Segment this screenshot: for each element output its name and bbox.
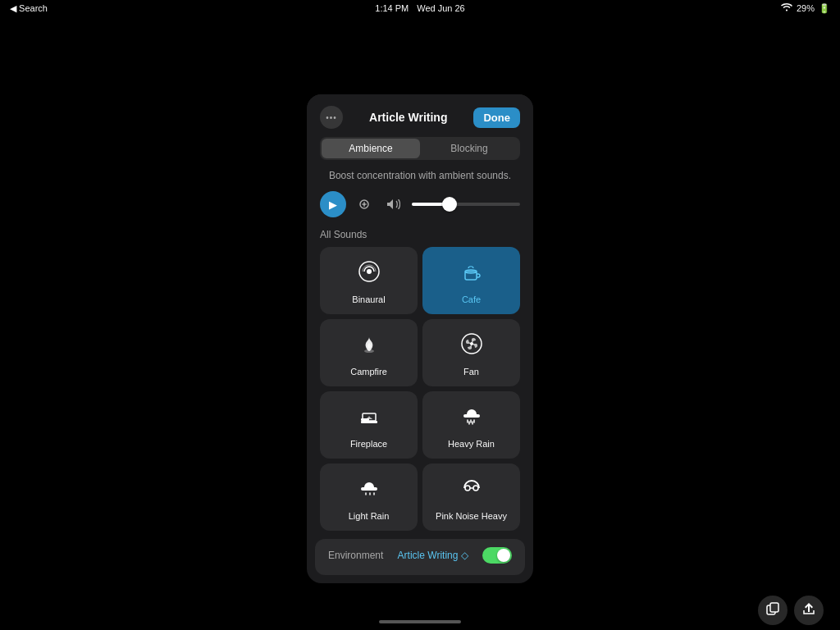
pink-noise-icon <box>460 477 483 504</box>
heavy-rain-icon <box>460 404 483 432</box>
done-button[interactable]: Done <box>473 107 520 128</box>
sound-tile-pink-noise[interactable]: Pink Noise Heavy <box>422 463 520 531</box>
tab-ambience[interactable]: Ambience <box>322 139 420 158</box>
menu-button[interactable]: ••• <box>320 106 343 129</box>
share-icon <box>802 602 815 619</box>
focus-modal: ••• Article Writing Done Ambience Blocki… <box>307 94 533 583</box>
environment-value[interactable]: Article Writing ◇ <box>398 550 468 561</box>
menu-icon: ••• <box>326 113 337 122</box>
ambience-description: Boost concentration with ambient sounds. <box>307 170 533 191</box>
status-bar: ◀ Search 1:14 PM Wed Jun 26 29% 🔋 <box>0 0 840 16</box>
modal-header: ••• Article Writing Done <box>307 94 533 137</box>
battery-icon: 🔋 <box>819 3 830 14</box>
bottom-action-icons <box>758 596 824 625</box>
environment-row: Environment Article Writing ◇ <box>315 539 525 575</box>
volume-slider[interactable] <box>412 203 520 206</box>
campfire-label: Campfire <box>350 367 387 377</box>
binaural-icon <box>358 260 381 288</box>
sound-tile-light-rain[interactable]: Light Rain <box>320 463 418 531</box>
sound-tile-fireplace[interactable]: Fireplace <box>320 391 418 459</box>
svg-rect-16 <box>770 603 778 612</box>
search-button[interactable]: ◀ Search <box>10 3 48 14</box>
light-rain-icon <box>358 477 381 504</box>
all-sounds-heading: All Sounds <box>307 229 533 247</box>
volume-icon <box>382 193 405 216</box>
svg-point-3 <box>367 269 372 274</box>
environment-label: Environment <box>328 550 383 561</box>
volume-thumb[interactable] <box>442 197 457 212</box>
modal-title: Article Writing <box>369 111 447 124</box>
status-left: ◀ Search <box>10 3 48 14</box>
fireplace-icon <box>358 404 381 432</box>
fan-icon <box>460 332 483 360</box>
copy-icon <box>766 602 779 619</box>
fan-label: Fan <box>463 367 479 377</box>
sound-tile-binaural[interactable]: Binaural <box>320 247 418 314</box>
share-button[interactable] <box>794 596 824 625</box>
sound-tile-heavy-rain[interactable]: Heavy Rain <box>422 391 520 459</box>
playback-controls: ▶ <box>307 191 533 229</box>
sound-tile-fan[interactable]: Fan <box>422 319 520 386</box>
tab-control: Ambience Blocking <box>320 137 520 160</box>
svg-point-14 <box>473 486 478 491</box>
bottom-bar <box>0 597 840 630</box>
status-right: 29% 🔋 <box>781 3 830 14</box>
date-display: Wed Jun 26 <box>417 3 465 13</box>
heavy-rain-label: Heavy Rain <box>448 439 495 449</box>
home-indicator <box>379 620 461 623</box>
light-rain-label: Light Rain <box>349 511 390 521</box>
time-display: 1:14 PM <box>375 3 409 13</box>
svg-point-1 <box>363 203 366 206</box>
cafe-icon <box>460 260 483 288</box>
sound-grid: Binaural Cafe C <box>307 247 533 539</box>
wifi-icon <box>781 3 792 13</box>
play-icon: ▶ <box>329 199 337 211</box>
play-button[interactable]: ▶ <box>320 191 346 217</box>
copy-button[interactable] <box>758 596 788 625</box>
environment-toggle[interactable] <box>482 547 512 564</box>
fireplace-label: Fireplace <box>350 439 387 449</box>
campfire-icon <box>358 332 381 360</box>
cafe-label: Cafe <box>462 294 481 304</box>
battery-percent: 29% <box>797 3 815 13</box>
sound-tile-campfire[interactable]: Campfire <box>320 319 418 386</box>
binaural-label: Binaural <box>352 294 385 304</box>
svg-point-13 <box>465 486 470 491</box>
toggle-thumb <box>497 549 510 562</box>
svg-point-6 <box>364 349 374 353</box>
svg-rect-12 <box>367 421 372 423</box>
pink-noise-label: Pink Noise Heavy <box>436 511 507 521</box>
sound-tile-cafe[interactable]: Cafe <box>422 247 520 314</box>
tab-blocking[interactable]: Blocking <box>420 139 518 158</box>
mix-icon[interactable] <box>353 193 376 216</box>
